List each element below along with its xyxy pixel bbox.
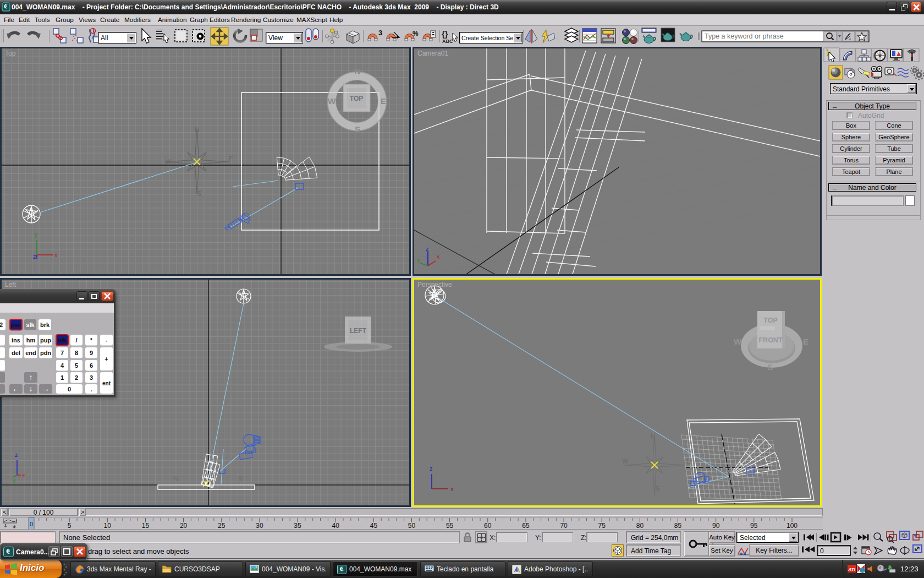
svg-text:↓: ↓ — [29, 384, 33, 393]
svg-text:z: z — [430, 465, 433, 472]
svg-text:4: 4 — [61, 362, 64, 369]
svg-text:55: 55 — [446, 522, 454, 530]
svg-text:5: 5 — [68, 522, 72, 530]
svg-text:E: E — [686, 457, 691, 465]
svg-text:ABC: ABC — [442, 39, 453, 44]
svg-text:W: W — [328, 96, 336, 106]
svg-text:z: z — [15, 451, 18, 458]
svg-text:E: E — [803, 337, 809, 346]
svg-text:80: 80 — [636, 522, 644, 530]
svg-text:95: 95 — [750, 522, 758, 530]
svg-text:25: 25 — [218, 522, 226, 530]
svg-text:3: 3 — [378, 29, 382, 37]
svg-text:N: N — [173, 475, 178, 483]
svg-text:12: 12 — [0, 321, 3, 328]
svg-text:nlk: nlk — [58, 337, 67, 343]
svg-text:1: 1 — [61, 374, 64, 381]
svg-text:y: y — [13, 477, 16, 483]
svg-text:ATI: ATI — [848, 567, 856, 572]
svg-text:+: + — [105, 356, 108, 362]
svg-text:40: 40 — [332, 522, 340, 530]
svg-text:S: S — [767, 362, 773, 372]
svg-text:del: del — [12, 350, 20, 356]
svg-text:0: 0 — [30, 521, 33, 527]
svg-text:-: - — [106, 337, 108, 343]
svg-text:LEFT: LEFT — [350, 327, 367, 335]
svg-text:60: 60 — [484, 522, 492, 530]
svg-text:hm: hm — [26, 337, 36, 343]
svg-text:15: 15 — [142, 522, 150, 530]
svg-text:*: * — [90, 337, 93, 343]
svg-text:45: 45 — [370, 522, 378, 530]
svg-text:E: E — [229, 155, 233, 163]
svg-text:psc: psc — [11, 321, 21, 328]
svg-text:N: N — [195, 126, 200, 134]
svg-text:FRONT: FRONT — [758, 336, 782, 344]
svg-text:pup: pup — [40, 337, 51, 343]
svg-text:z: z — [426, 247, 429, 252]
svg-text:ins: ins — [12, 337, 20, 343]
svg-text:end: end — [25, 350, 36, 356]
svg-text:→: → — [42, 384, 50, 393]
svg-text:30: 30 — [256, 522, 263, 530]
svg-text:10: 10 — [104, 522, 112, 530]
svg-text:0: 0 — [68, 386, 71, 392]
svg-text:35: 35 — [294, 522, 301, 530]
svg-text:5: 5 — [75, 362, 78, 369]
svg-text:{}: {} — [442, 29, 448, 39]
svg-text:S: S — [197, 190, 201, 198]
svg-text:N: N — [651, 433, 656, 441]
svg-text:W: W — [622, 457, 629, 465]
svg-text:TOP: TOP — [350, 95, 363, 102]
svg-text:z: z — [33, 253, 36, 260]
svg-text:90: 90 — [712, 522, 720, 530]
svg-text:W: W — [165, 158, 172, 166]
svg-text:x: x — [437, 253, 440, 260]
svg-text:%: % — [413, 30, 419, 37]
svg-text:65: 65 — [522, 522, 530, 530]
svg-text:S: S — [238, 475, 243, 483]
svg-text:TOP: TOP — [763, 317, 777, 324]
svg-text:slk: slk — [26, 321, 35, 328]
svg-text:ent: ent — [102, 380, 111, 386]
svg-text:S: S — [355, 124, 360, 134]
svg-text:↑: ↑ — [29, 373, 33, 381]
svg-text:x: x — [22, 472, 25, 478]
svg-text:x: x — [54, 252, 58, 258]
svg-text:100: 100 — [787, 522, 798, 530]
svg-text:E: E — [381, 96, 386, 106]
svg-text:←: ← — [12, 384, 20, 393]
svg-text:6: 6 — [90, 362, 93, 369]
svg-text:/: / — [75, 337, 77, 343]
svg-text:3: 3 — [90, 374, 93, 381]
svg-text:x: x — [450, 486, 454, 492]
svg-text:brk: brk — [40, 321, 50, 328]
svg-text:75: 75 — [598, 522, 606, 530]
svg-text:8: 8 — [75, 350, 78, 356]
svg-text:pdn: pdn — [40, 350, 51, 356]
svg-text:2: 2 — [75, 374, 78, 381]
svg-text:9: 9 — [90, 350, 93, 356]
svg-text:Type a keyword or phrase: Type a keyword or phrase — [705, 32, 784, 40]
svg-text:7: 7 — [61, 350, 64, 356]
svg-text:S: S — [656, 485, 660, 493]
svg-text:70: 70 — [560, 522, 568, 530]
svg-text:.: . — [90, 386, 92, 392]
svg-text:W: W — [734, 337, 742, 346]
svg-text:y: y — [417, 257, 420, 263]
svg-text:20: 20 — [180, 522, 188, 530]
svg-text:y: y — [35, 231, 38, 238]
svg-text:85: 85 — [674, 522, 682, 530]
svg-text:50: 50 — [408, 522, 416, 530]
svg-text:N: N — [355, 67, 361, 76]
